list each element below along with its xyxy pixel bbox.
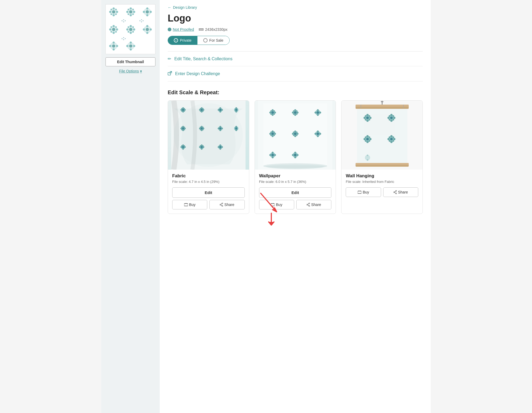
svg-point-63 [126,45,128,47]
svg-point-242 [294,154,297,156]
svg-point-151 [184,146,186,148]
svg-point-89 [182,111,184,113]
dimensions-text: 2436x2330px [205,27,227,32]
svg-point-119 [182,130,184,131]
svg-point-35 [111,31,112,33]
file-options-link[interactable]: File Options ▾ [119,69,142,73]
private-toggle-option[interactable]: ✓ Private [168,36,197,45]
svg-point-75 [125,38,126,39]
svg-point-114 [235,107,237,109]
wallpaper-product-scale: File scale: 6.0 in x 5.7 in (36%) [259,180,332,184]
edit-title-row[interactable]: ✏ Edit Title, Search & Collections [168,51,423,66]
svg-point-305 [396,190,397,191]
svg-point-17 [128,9,129,10]
svg-point-162 [201,146,203,148]
svg-point-120 [180,128,182,129]
svg-line-174 [221,205,222,206]
fabric-actions: Edit Buy Share [168,187,249,214]
edit-thumbnail-button[interactable]: Edit Thumbnail [105,57,155,66]
svg-point-69 [140,20,141,21]
svg-point-285 [369,138,371,140]
private-label: Private [180,38,192,42]
svg-point-41 [126,28,128,31]
svg-point-236 [271,154,274,156]
svg-point-186 [271,114,272,115]
svg-point-68 [123,21,124,22]
svg-rect-169 [184,204,188,206]
svg-point-9 [111,14,112,15]
svg-point-108 [219,107,221,109]
wallpaper-edit-button[interactable]: Edit [259,187,332,198]
design-challenge-row[interactable]: Enter Design Challenge [168,66,423,81]
wallpaper-card: Wallpaper File scale: 6.0 in x 5.7 in (3… [255,100,336,214]
svg-point-136 [201,127,203,130]
svg-point-264 [364,117,366,119]
svg-point-157 [201,148,202,150]
svg-point-166 [218,146,219,148]
svg-point-158 [199,146,201,148]
svg-point-216 [294,131,296,132]
svg-point-209 [274,133,276,135]
design-challenge-label: Enter Design Challenge [175,71,220,76]
svg-point-94 [181,111,182,112]
svg-point-55 [113,42,115,44]
svg-line-250 [308,205,309,206]
wall-hanging-share-button[interactable]: Share [383,187,418,197]
svg-line-308 [395,191,396,192]
svg-point-288 [365,140,366,142]
wall-hanging-info: Wall Hanging File scale: Inherited from … [341,170,423,184]
svg-point-139 [219,130,221,131]
svg-point-125 [184,129,185,130]
wall-hanging-product-scale: File scale: Inherited from Fabric [346,180,418,184]
svg-point-73 [121,38,123,39]
products-section: Fabric File scale: 4.7 in x 4.5 in (29%)… [168,100,423,214]
back-to-library-link[interactable]: ← Design Library [168,5,423,10]
fabric-share-button[interactable]: Share [209,200,244,209]
svg-point-182 [269,112,271,114]
design-thumbnail [105,4,155,54]
svg-point-15 [126,11,128,13]
svg-point-278 [389,119,390,121]
svg-point-226 [317,131,319,132]
svg-point-3 [113,7,115,10]
svg-point-131 [203,128,204,129]
svg-point-19 [128,14,129,15]
svg-point-115 [235,111,237,113]
svg-point-90 [180,109,182,111]
svg-point-280 [390,117,393,119]
not-proofed-badge[interactable]: Not Proofed [168,27,194,32]
svg-point-72 [141,21,142,22]
wallpaper-buy-button[interactable]: Buy [259,200,294,209]
svg-point-91 [184,109,186,111]
svg-point-14 [130,14,132,16]
wall-hanging-buy-button[interactable]: Buy [346,187,381,197]
svg-point-132 [200,127,201,128]
fabric-product-image [168,101,249,170]
fabric-btn-row: Buy Share [172,200,245,209]
svg-point-22 [146,10,149,14]
pencil-icon: ✏ [168,56,171,61]
wallpaper-share-button[interactable]: Share [296,200,331,209]
svg-point-296 [389,136,390,138]
svg-point-93 [184,108,185,109]
svg-point-26 [150,11,152,13]
svg-point-135 [202,129,204,130]
main-content: ← Design Library Logo Not Proofed 2436 [160,0,431,413]
svg-point-214 [271,132,274,135]
svg-point-201 [317,114,319,116]
svg-point-268 [365,119,366,121]
back-arrow-icon: ← [168,5,171,10]
for-sale-toggle-option[interactable]: For Sale [197,36,229,45]
svg-point-207 [272,135,274,137]
svg-point-65 [121,20,123,21]
svg-point-302 [367,154,368,156]
svg-point-181 [272,114,274,116]
svg-point-156 [201,144,202,146]
fabric-buy-button[interactable]: Buy [172,200,207,209]
fabric-edit-button[interactable]: Edit [172,187,245,198]
svg-point-141 [221,128,223,129]
products-grid: Fabric File scale: 4.7 in x 4.5 in (29%)… [168,100,423,214]
svg-point-292 [390,135,392,137]
svg-point-150 [180,146,182,148]
svg-point-293 [390,141,392,143]
